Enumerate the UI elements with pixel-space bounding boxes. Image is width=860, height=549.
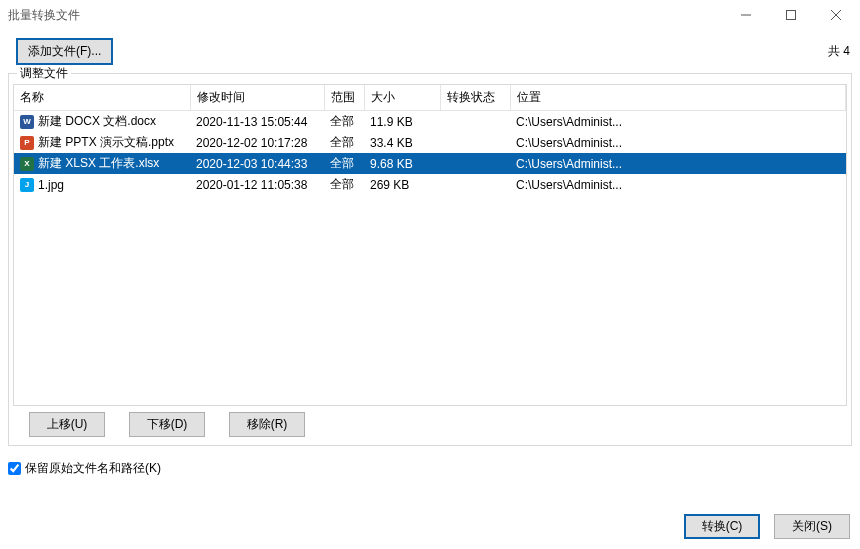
convert-button[interactable]: 转换(C) [684,514,760,539]
file-location: C:\Users\Administ... [510,132,846,153]
docx-file-icon: W [20,115,34,129]
pptx-file-icon: P [20,136,34,150]
file-name: 1.jpg [38,178,64,192]
file-list-group: 调整文件 名称 修改时间 范围 大小 转换状态 位置 W新建 DOCX [8,73,852,446]
file-mtime: 2020-12-02 10:17:28 [190,132,324,153]
titlebar: 批量转换文件 [0,0,860,30]
col-status[interactable]: 转换状态 [440,85,510,111]
file-name: 新建 DOCX 文档.docx [38,113,156,130]
file-name: 新建 PPTX 演示文稿.pptx [38,134,174,151]
file-size: 33.4 KB [364,132,440,153]
table-row[interactable]: X新建 XLSX 工作表.xlsx2020-12-03 10:44:33全部9.… [14,153,846,174]
file-mtime: 2020-12-03 10:44:33 [190,153,324,174]
file-status [440,132,510,153]
jpg-file-icon: J [20,178,34,192]
close-dialog-button[interactable]: 关闭(S) [774,514,850,539]
file-mtime: 2020-01-12 11:05:38 [190,174,324,195]
table-row[interactable]: W新建 DOCX 文档.docx2020-11-13 15:05:44全部11.… [14,111,846,133]
maximize-button[interactable] [768,1,813,29]
file-size: 9.68 KB [364,153,440,174]
file-location: C:\Users\Administ... [510,111,846,133]
file-scope: 全部 [324,111,364,133]
file-location: C:\Users\Administ... [510,153,846,174]
file-count-label: 共 4 [828,43,850,60]
col-mtime[interactable]: 修改时间 [190,85,324,111]
file-status [440,111,510,133]
options-row: 保留原始文件名和路径(K) [0,454,860,479]
minimize-button[interactable] [723,1,768,29]
xlsx-file-icon: X [20,157,34,171]
col-scope[interactable]: 范围 [324,85,364,111]
file-name: 新建 XLSX 工作表.xlsx [38,155,159,172]
svg-rect-1 [786,11,795,20]
col-location[interactable]: 位置 [510,85,846,111]
file-list[interactable]: 名称 修改时间 范围 大小 转换状态 位置 W新建 DOCX 文档.docx20… [13,84,847,406]
table-row[interactable]: J1.jpg2020-01-12 11:05:38全部269 KBC:\User… [14,174,846,195]
file-scope: 全部 [324,132,364,153]
move-down-button[interactable]: 下移(D) [129,412,205,437]
file-scope: 全部 [324,153,364,174]
col-size[interactable]: 大小 [364,85,440,111]
file-scope: 全部 [324,174,364,195]
close-button[interactable] [813,1,858,29]
list-button-row: 上移(U) 下移(D) 移除(R) [13,406,847,437]
add-file-button[interactable]: 添加文件(F)... [16,38,113,65]
group-legend: 调整文件 [17,65,71,82]
file-size: 11.9 KB [364,111,440,133]
move-up-button[interactable]: 上移(U) [29,412,105,437]
file-status [440,174,510,195]
file-status [440,153,510,174]
footer-buttons: 转换(C) 关闭(S) [684,514,850,539]
col-name[interactable]: 名称 [14,85,190,111]
table-header-row: 名称 修改时间 范围 大小 转换状态 位置 [14,85,846,111]
keep-original-label[interactable]: 保留原始文件名和路径(K) [25,460,161,477]
remove-button[interactable]: 移除(R) [229,412,305,437]
file-mtime: 2020-11-13 15:05:44 [190,111,324,133]
file-location: C:\Users\Administ... [510,174,846,195]
table-row[interactable]: P新建 PPTX 演示文稿.pptx2020-12-02 10:17:28全部3… [14,132,846,153]
file-size: 269 KB [364,174,440,195]
toolbar: 添加文件(F)... 共 4 [0,30,860,71]
window-title: 批量转换文件 [8,7,80,24]
keep-original-checkbox[interactable] [8,462,21,475]
